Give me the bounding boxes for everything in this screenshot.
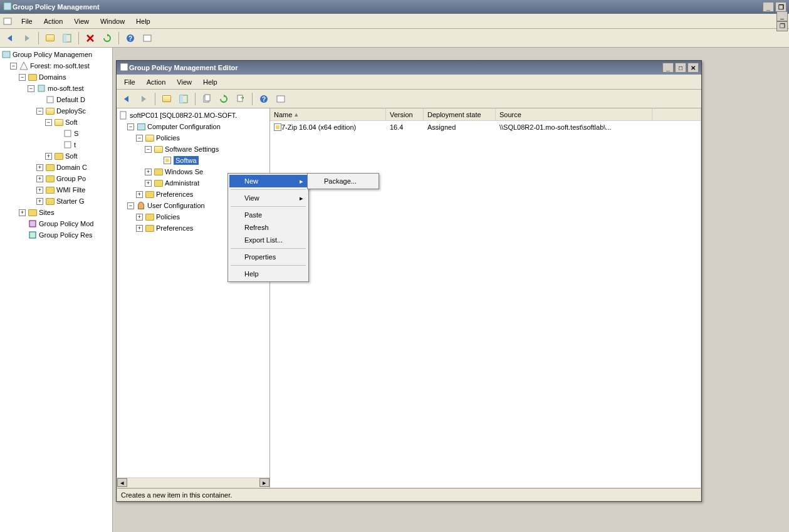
collapse-icon[interactable]: − [136, 135, 143, 142]
ctx-view[interactable]: View▸ [229, 192, 307, 204]
editor-up-button[interactable] [159, 91, 174, 107]
editor-showtree-button[interactable] [176, 91, 191, 107]
mmc-icon [3, 16, 13, 26]
col-source[interactable]: Source [496, 108, 652, 120]
ctx-export[interactable]: Export List... [229, 234, 307, 246]
help-button[interactable]: ? [123, 31, 138, 46]
tree-soft-t[interactable]: t [1, 139, 111, 150]
expand-icon[interactable]: + [145, 180, 152, 187]
tree-grouppo[interactable]: +Group Po [1, 173, 111, 184]
outer-menu-file[interactable]: File [16, 16, 38, 27]
collapse-icon[interactable]: − [127, 123, 134, 130]
ctx-new[interactable]: New▸ [229, 175, 307, 187]
editor-minimize-button[interactable]: _ [662, 63, 674, 73]
scroll-left-icon[interactable]: ◂ [117, 478, 127, 487]
editor-menu-file[interactable]: File [119, 76, 140, 88]
editor-forward-button[interactable] [136, 91, 151, 107]
expand-icon[interactable]: + [36, 198, 43, 205]
options-button[interactable] [140, 31, 155, 46]
expand-icon[interactable]: + [19, 209, 26, 216]
editor-tree-hscroll[interactable]: ◂ ▸ [117, 477, 269, 488]
ctx-paste[interactable]: Paste [229, 209, 307, 221]
collapse-icon[interactable]: − [127, 202, 134, 209]
delete-button[interactable] [83, 31, 98, 46]
editor-maximize-button[interactable]: □ [675, 63, 686, 73]
editor-back-button[interactable] [119, 91, 134, 107]
outer-menu-window[interactable]: Window [95, 16, 130, 27]
show-hide-tree-button[interactable] [60, 31, 75, 46]
tree-root[interactable]: Group Policy Managemen [1, 49, 111, 60]
editor-menu-action[interactable]: Action [142, 76, 171, 88]
tree-deploysc[interactable]: −DeploySc [1, 105, 111, 117]
collapse-icon[interactable]: − [19, 74, 26, 81]
refresh-button[interactable] [100, 31, 115, 46]
editor-menu-view[interactable]: View [172, 76, 197, 88]
expand-icon[interactable]: + [145, 169, 152, 175]
expand-icon[interactable]: + [136, 225, 143, 232]
back-button[interactable] [3, 31, 18, 46]
tree-domainc[interactable]: +Domain C [1, 162, 111, 173]
outer-minimize-button[interactable]: _ [763, 2, 774, 12]
expand-icon[interactable]: + [136, 214, 143, 221]
collapse-icon[interactable]: − [36, 108, 43, 115]
col-name[interactable]: Name▴ [270, 108, 386, 120]
mdi-minimize-button[interactable]: _ [776, 11, 788, 21]
editor-tree[interactable]: softPC01 [SQL08R2-01.MO-SOFT. −Computer … [117, 108, 270, 488]
outer-menu-help[interactable]: Help [131, 16, 155, 27]
editor-refresh-button[interactable] [216, 91, 231, 107]
tree-gpmod[interactable]: Group Policy Mod [1, 218, 111, 229]
etree-softinst[interactable]: Softwa [118, 155, 268, 166]
tree-gpres[interactable]: Group Policy Res [1, 229, 111, 241]
expand-icon[interactable]: + [45, 153, 52, 160]
tree-root-label: Group Policy Managemen [13, 51, 92, 58]
forward-button[interactable] [19, 31, 34, 46]
outer-menu-view[interactable]: View [69, 16, 94, 27]
expand-icon[interactable]: + [36, 187, 43, 194]
etree-uprefs-label: Preferences [156, 224, 193, 232]
editor-menu-help[interactable]: Help [198, 76, 222, 88]
col-version[interactable]: Version [386, 108, 424, 120]
etree-compconf[interactable]: −Computer Configuration [118, 121, 268, 132]
etree-root[interactable]: softPC01 [SQL08R2-01.MO-SOFT. [118, 110, 268, 121]
editor-help-button[interactable]: ? [256, 91, 271, 107]
etree-softset[interactable]: −Software Settings [118, 143, 268, 155]
mdi-restore-button[interactable]: ❐ [776, 21, 788, 31]
collapse-icon[interactable]: − [45, 119, 52, 126]
list-row[interactable]: 7-Zip 16.04 (x64 edition) 16.4 Assigned … [270, 121, 701, 133]
tree-domains[interactable]: −Domains [1, 71, 111, 83]
tree-domainc-label: Domain C [56, 164, 87, 171]
expand-icon[interactable]: + [136, 191, 143, 198]
outer-menu-action[interactable]: Action [39, 16, 68, 27]
tree-soft2[interactable]: +Soft [1, 150, 111, 162]
ctx-refresh[interactable]: Refresh [229, 221, 307, 234]
tree-sites-label: Sites [39, 209, 54, 216]
etree-policies[interactable]: −Policies [118, 132, 268, 143]
tree-wmifilte[interactable]: +WMI Filte [1, 184, 111, 196]
expand-icon[interactable]: + [36, 175, 43, 182]
tree-forest[interactable]: −Forest: mo-soft.test [1, 60, 111, 71]
ctx-help[interactable]: Help [229, 268, 307, 280]
collapse-icon[interactable]: − [28, 85, 34, 92]
collapse-icon[interactable]: − [10, 63, 17, 70]
tree-soft1[interactable]: −Soft [1, 117, 111, 128]
tree-defaultdc[interactable]: Default D [1, 94, 111, 105]
expand-icon[interactable]: + [36, 164, 43, 171]
tree-domain[interactable]: −mo-soft.test [1, 83, 111, 94]
editor-titlebar[interactable]: Group Policy Management Editor _ □ ✕ [117, 61, 701, 75]
ctx-package[interactable]: Package... [309, 175, 377, 187]
up-button[interactable] [43, 31, 58, 46]
scroll-right-icon[interactable]: ▸ [259, 478, 269, 487]
tree-sites[interactable]: +Sites [1, 207, 111, 218]
editor-list[interactable]: Name▴ Version Deployment state Source 7-… [270, 108, 701, 488]
editor-export-button[interactable] [233, 91, 248, 107]
outer-tree[interactable]: Group Policy Managemen −Forest: mo-soft.… [0, 48, 113, 532]
collapse-icon[interactable]: − [145, 146, 152, 153]
ctx-properties[interactable]: Properties [229, 251, 307, 263]
col-deploy[interactable]: Deployment state [424, 108, 496, 120]
editor-copy-button[interactable] [199, 91, 214, 107]
tree-soft-s[interactable]: S [1, 128, 111, 139]
editor-close-button[interactable]: ✕ [687, 63, 699, 73]
etree-upolicies-label: Policies [156, 213, 180, 221]
tree-starterg[interactable]: +Starter G [1, 196, 111, 207]
editor-options-button[interactable] [273, 91, 288, 107]
